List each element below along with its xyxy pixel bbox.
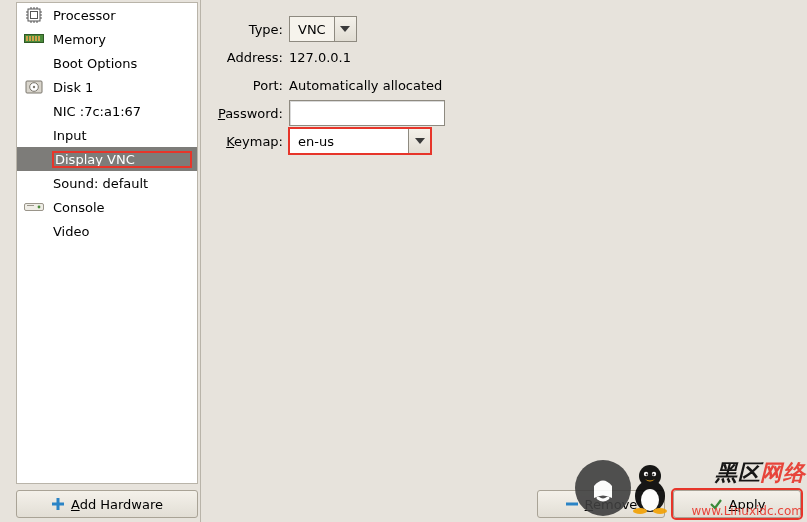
minus-icon bbox=[565, 497, 579, 511]
label-password: Password: bbox=[209, 106, 289, 121]
button-row: Remove Apply bbox=[209, 488, 801, 518]
sidebar-item-console[interactable]: Console bbox=[17, 195, 197, 219]
value-port: Automatically allocated bbox=[289, 78, 801, 93]
keymap-combo-value: en-us bbox=[290, 129, 408, 153]
row-type: Type: VNC bbox=[209, 16, 801, 42]
sidebar-item-input[interactable]: Input bbox=[17, 123, 197, 147]
label-type: Type: bbox=[209, 22, 289, 37]
svg-rect-17 bbox=[32, 36, 34, 41]
sidebar-item-video[interactable]: Video bbox=[17, 219, 197, 243]
sidebar-item-label: Processor bbox=[53, 8, 191, 23]
sidebar-item-sound[interactable]: Sound: default bbox=[17, 171, 197, 195]
value-address: 127.0.0.1 bbox=[289, 50, 801, 65]
svg-rect-23 bbox=[25, 204, 44, 211]
chevron-down-icon bbox=[408, 129, 430, 153]
vnc-form: Type: VNC Address: 127.0.0.1 Port: Autom… bbox=[209, 2, 801, 488]
sidebar-item-label: Boot Options bbox=[53, 56, 191, 71]
blank-icon bbox=[23, 222, 45, 240]
sidebar-item-label: Sound: default bbox=[53, 176, 191, 191]
row-port: Port: Automatically allocated bbox=[209, 72, 801, 98]
label-address: Address: bbox=[209, 50, 289, 65]
svg-point-25 bbox=[38, 206, 41, 209]
keymap-combo[interactable]: en-us bbox=[289, 128, 431, 154]
apply-label: Apply bbox=[729, 497, 766, 512]
sidebar-item-memory[interactable]: Memory bbox=[17, 27, 197, 51]
sidebar-item-label: Memory bbox=[53, 32, 191, 47]
svg-rect-28 bbox=[566, 503, 578, 506]
blank-icon bbox=[23, 174, 45, 192]
apply-button[interactable]: Apply bbox=[673, 490, 801, 518]
virt-manager-details: Processor Memory Boot Options bbox=[0, 0, 807, 522]
type-combo-value: VNC bbox=[290, 17, 334, 41]
sidebar-item-processor[interactable]: Processor bbox=[17, 3, 197, 27]
blank-icon bbox=[23, 54, 45, 72]
hardware-list: Processor Memory Boot Options bbox=[16, 2, 198, 484]
blank-icon bbox=[23, 102, 45, 120]
label-port: Port: bbox=[209, 78, 289, 93]
svg-rect-16 bbox=[29, 36, 31, 41]
remove-label: Remove bbox=[585, 497, 638, 512]
row-password: Password: bbox=[209, 100, 801, 126]
svg-rect-0 bbox=[28, 9, 40, 21]
remove-button[interactable]: Remove bbox=[537, 490, 665, 518]
svg-rect-24 bbox=[27, 205, 34, 206]
sidebar-item-label: Console bbox=[53, 200, 191, 215]
sidebar: Processor Memory Boot Options bbox=[0, 0, 201, 522]
cpu-icon bbox=[23, 6, 45, 24]
sidebar-item-label: Video bbox=[53, 224, 191, 239]
sidebar-item-label: Display VNC bbox=[53, 152, 191, 167]
sidebar-item-boot-options[interactable]: Boot Options bbox=[17, 51, 197, 75]
add-hardware-wrap: Add Hardware bbox=[0, 488, 200, 522]
sidebar-item-display-vnc[interactable]: Display VNC bbox=[17, 147, 197, 171]
svg-point-22 bbox=[33, 86, 35, 88]
svg-rect-15 bbox=[26, 36, 28, 41]
add-hardware-button[interactable]: Add Hardware bbox=[16, 490, 198, 518]
row-address: Address: 127.0.0.1 bbox=[209, 44, 801, 70]
blank-icon bbox=[23, 126, 45, 144]
row-keymap: Keymap: en-us bbox=[209, 128, 801, 154]
sidebar-item-label: NIC :7c:a1:67 bbox=[53, 104, 191, 119]
disk-icon bbox=[23, 78, 45, 96]
plus-icon bbox=[51, 497, 65, 511]
blank-icon bbox=[23, 150, 45, 168]
svg-rect-18 bbox=[35, 36, 37, 41]
password-input[interactable] bbox=[289, 100, 445, 126]
svg-rect-27 bbox=[52, 503, 64, 506]
chevron-down-icon bbox=[334, 17, 356, 41]
svg-rect-19 bbox=[38, 36, 40, 41]
type-combo[interactable]: VNC bbox=[289, 16, 357, 42]
console-icon bbox=[23, 198, 45, 216]
label-keymap: Keymap: bbox=[209, 134, 289, 149]
details-pane: Type: VNC Address: 127.0.0.1 Port: Autom… bbox=[201, 0, 807, 522]
sidebar-item-disk1[interactable]: Disk 1 bbox=[17, 75, 197, 99]
sidebar-item-label: Disk 1 bbox=[53, 80, 191, 95]
add-hardware-label: Add Hardware bbox=[71, 497, 163, 512]
sidebar-item-label: Input bbox=[53, 128, 191, 143]
apply-icon bbox=[709, 497, 723, 511]
memory-icon bbox=[23, 30, 45, 48]
sidebar-item-nic[interactable]: NIC :7c:a1:67 bbox=[17, 99, 197, 123]
